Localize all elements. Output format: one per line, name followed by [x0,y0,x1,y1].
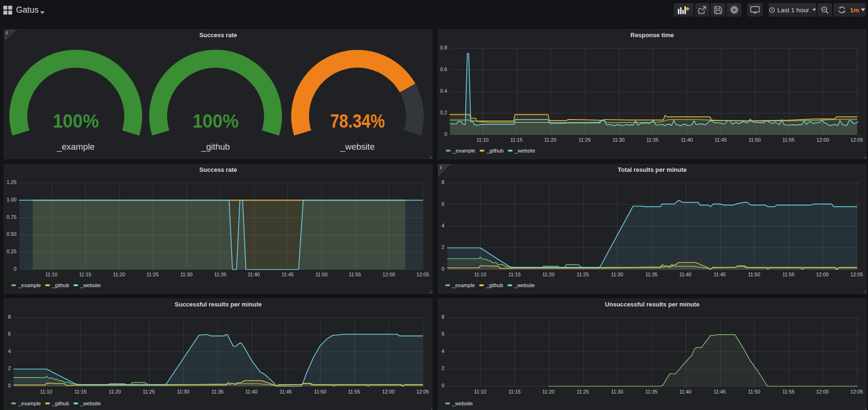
svg-text:_github: _github [201,142,230,152]
svg-text:100%: 100% [193,111,239,131]
svg-text:100%: 100% [53,111,99,131]
svg-text:_website: _website [340,142,375,152]
svg-text:78.34%: 78.34% [330,111,385,131]
svg-text:_example: _example [56,142,95,152]
